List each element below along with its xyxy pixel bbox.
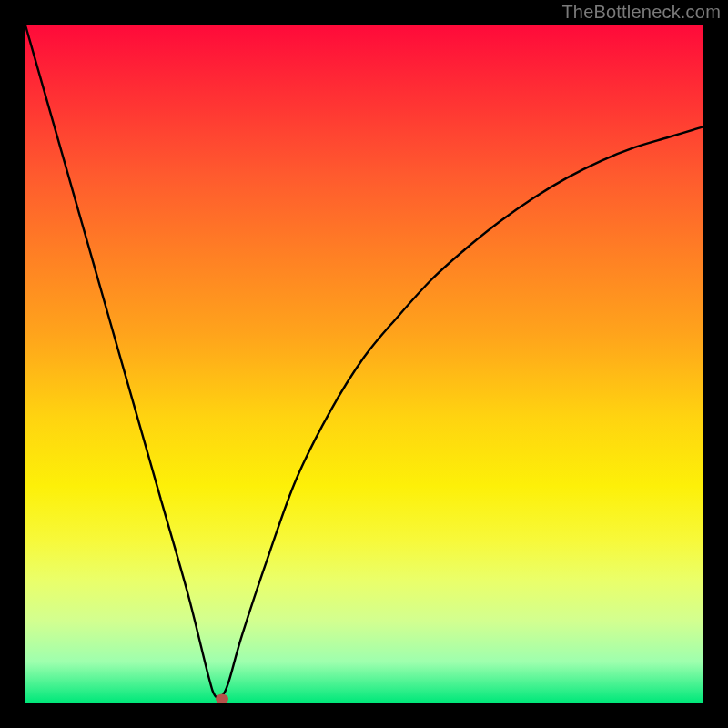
watermark-text: TheBottleneck.com	[561, 2, 721, 23]
curve-svg	[25, 25, 703, 703]
bottleneck-curve-path	[25, 25, 703, 698]
plot-area	[25, 25, 703, 703]
minimum-marker	[216, 694, 228, 703]
chart-frame: TheBottleneck.com	[0, 0, 728, 728]
